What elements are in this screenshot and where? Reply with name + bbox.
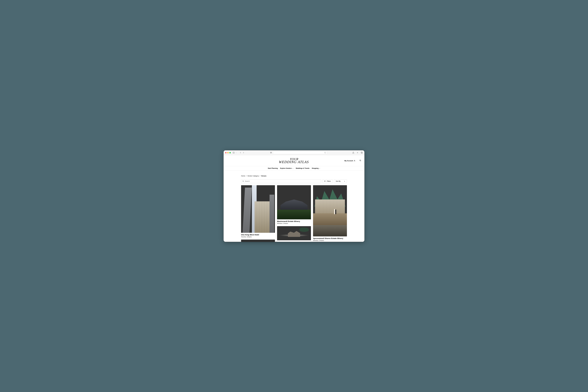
search-icon (360, 160, 361, 161)
nav-explore-vendors[interactable]: Explore Vendors (280, 168, 294, 169)
my-account-link[interactable]: My Account (344, 160, 356, 162)
venue-image (277, 185, 311, 219)
chevron-down-icon (292, 168, 294, 169)
address-bar[interactable] (273, 151, 327, 154)
breadcrumb: Home / Vendor Category / Venues (241, 175, 347, 177)
venue-location: Windsor, Ontario (313, 240, 347, 241)
grid-column: Sprucewood Shores Estate Winery Windsor,… (313, 185, 347, 242)
header-search-button[interactable] (360, 160, 361, 162)
venue-name: One King West Hotel (241, 234, 275, 236)
logo-line-2: WEDDING ATLAS (279, 160, 309, 164)
new-tab-icon[interactable] (356, 152, 358, 154)
grid-column: Mastronardi Estate Winery Windsor, Ontar… (277, 185, 311, 242)
svg-rect-0 (233, 152, 234, 153)
nav-weddings-trends[interactable]: Weddings & Trends (296, 168, 310, 169)
venue-card-sprucewood[interactable]: Sprucewood Shores Estate Winery Windsor,… (313, 185, 347, 242)
nav-label: Explore Vendors (280, 168, 292, 169)
breadcrumb-separator: / (246, 175, 246, 177)
nav-back-icon[interactable] (240, 152, 242, 154)
venue-image (241, 185, 275, 233)
window-zoom[interactable] (230, 152, 231, 153)
window-close[interactable] (225, 152, 226, 153)
share-icon[interactable] (352, 152, 354, 154)
sort-button[interactable]: Sort By (334, 179, 347, 183)
svg-point-7 (354, 160, 355, 161)
primary-nav: Start Planning Explore Vendors Weddings … (224, 166, 364, 170)
tabs-overview-icon[interactable] (361, 152, 363, 154)
venue-image (277, 226, 311, 240)
main-container: Home / Vendor Category / Venues Filters … (241, 170, 347, 242)
venue-card-golf-partial[interactable] (277, 226, 311, 240)
window-minimize[interactable] (227, 152, 228, 153)
browser-toolbar (224, 150, 364, 155)
chevron-down-icon[interactable] (236, 152, 237, 154)
filter-row: Filters Sort By (241, 179, 347, 183)
venue-card-one-king-west[interactable]: One King West Hotel Toronto, Ontario (241, 185, 275, 238)
filters-label: Filters (327, 180, 331, 182)
search-icon (242, 180, 244, 182)
filter-icon (324, 180, 326, 182)
venue-name: Sprucewood Shores Estate Winery (313, 237, 347, 240)
venue-location: Toronto, Ontario (241, 236, 275, 238)
traffic-lights (225, 152, 231, 153)
chevron-down-icon (344, 181, 345, 182)
venue-image (241, 240, 275, 242)
site-header: YOUR WEDDING ATLAS My Account (224, 155, 364, 166)
venue-grid: One King West Hotel Toronto, Ontario (241, 185, 347, 242)
nav-forward-icon[interactable] (242, 152, 244, 154)
chevron-down-icon (319, 168, 320, 169)
venue-card-partial[interactable] (241, 240, 275, 242)
breadcrumb-home[interactable]: Home (241, 175, 245, 177)
sidebar-icon[interactable] (232, 152, 235, 154)
breadcrumb-separator: / (260, 175, 260, 177)
filters-button[interactable]: Filters (322, 179, 332, 183)
venue-image (313, 185, 347, 236)
nav-label: Weddings & Trends (296, 168, 310, 169)
svg-point-10 (242, 181, 244, 182)
my-account-label: My Account (344, 160, 353, 162)
venue-location: Windsor, Ontario (277, 223, 311, 224)
nav-label: Start Planning (268, 168, 278, 169)
sort-label: Sort By (336, 180, 340, 182)
nav-start-planning[interactable]: Start Planning (268, 168, 278, 169)
venue-card-mastronardi[interactable]: Mastronardi Estate Winery Windsor, Ontar… (277, 185, 311, 224)
nav-label: Shopping (312, 168, 318, 169)
page-viewport: YOUR WEDDING ATLAS My Account Start Plan… (224, 155, 364, 242)
browser-window: YOUR WEDDING ATLAS My Account Start Plan… (224, 150, 364, 242)
svg-line-11 (244, 182, 244, 182)
user-icon (354, 160, 356, 162)
svg-line-9 (360, 161, 361, 161)
breadcrumb-category[interactable]: Vendor Category (248, 175, 259, 177)
reload-icon[interactable] (324, 152, 326, 154)
breadcrumb-current: Venues (261, 175, 266, 177)
svg-point-8 (360, 160, 361, 161)
site-logo[interactable]: YOUR WEDDING ATLAS (279, 158, 309, 164)
venue-name: Mastronardi Estate Winery (277, 220, 311, 222)
grid-column: One King West Hotel Toronto, Ontario (241, 185, 275, 242)
privacy-shield-icon[interactable] (270, 152, 272, 154)
search-input[interactable] (245, 180, 320, 182)
svg-rect-5 (361, 152, 362, 153)
nav-shopping[interactable]: Shopping (312, 168, 320, 169)
search-box[interactable] (241, 179, 321, 183)
svg-rect-6 (361, 152, 362, 153)
